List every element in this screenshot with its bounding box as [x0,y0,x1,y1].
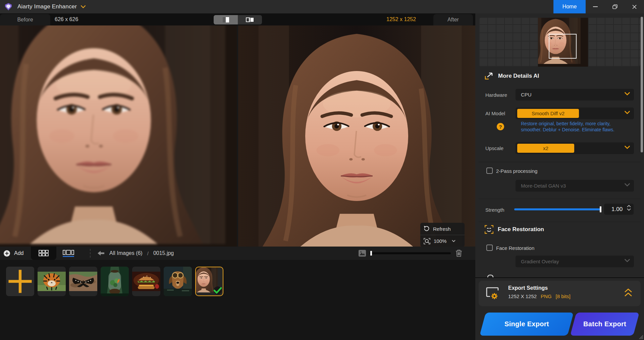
image-size-icon [358,250,366,257]
minimize-icon [593,6,598,7]
compare-mode-toggle [214,15,262,24]
two-pass-model-dropdown: More-Detail GAN v3 [516,180,634,192]
before-size-label: 626 x 626 [55,13,78,25]
upscale-label: Upscale [485,145,503,151]
settings-panel: More Details AI Hardware CPU AI Model Sm… [475,13,644,340]
batch-export-button[interactable]: Batch Export [570,313,639,336]
thumbnail-tiger[interactable] [38,267,66,296]
thumbnail-size-slider[interactable] [370,252,451,254]
toolbar-divider [90,249,91,258]
add-image-tile[interactable] [6,267,34,296]
hardware-dropdown[interactable]: CPU [516,89,634,100]
export-settings-card[interactable]: Export Settings 1252 X 1252 PNG [8 bits] [479,281,641,306]
terrarium-photo [101,267,129,296]
tiger-photo [38,272,66,291]
upscale-value: x2 [517,144,574,153]
two-pass-checkbox[interactable] [486,167,493,174]
add-label: Add [14,250,23,256]
single-export-label: Single Export [504,320,549,328]
split-view-icon [222,17,229,23]
ai-model-dropdown[interactable]: Smooth Diff v2 [516,108,634,119]
strength-value-box[interactable]: 1.00 [604,204,634,215]
grid-view-button[interactable] [31,247,56,260]
split-view-button[interactable] [214,15,238,24]
thumbnail-portrait-selected[interactable] [195,267,223,296]
navigator-preview [479,18,640,67]
after-image-pane [238,25,475,247]
app-title: Aiarty Image Enhancer [17,3,77,10]
titlebar: Aiarty Image Enhancer Home [0,0,644,13]
zoom-level-control[interactable]: 100% [420,235,465,247]
face-detection-box [549,34,577,59]
strength-slider-thumb[interactable] [600,206,601,212]
add-icon [3,250,10,257]
single-export-button[interactable]: Single Export [480,313,574,336]
side-by-side-view-button[interactable] [238,15,262,24]
plus-icon [6,267,34,296]
zoom-chevron-icon [452,240,455,242]
thumbnail-butterfly[interactable] [69,267,97,296]
section-divider [479,162,641,162]
close-button[interactable] [625,0,644,13]
batch-export-label: Batch Export [583,320,626,328]
ai-model-description-line2: smoother. Deblur + Denoise. Eliminate fl… [521,127,614,132]
add-image-button[interactable]: Add [3,247,23,260]
selected-check-badge [214,286,222,294]
ai-model-help-icon[interactable]: ? [497,123,504,130]
thumbnail-size-slider-thumb[interactable] [370,251,372,256]
face-restoration-icon [485,225,493,234]
two-pass-model-value: More-Detail GAN v3 [521,183,566,189]
workspace: Before 626 x 626 1252 x 1252 [0,13,475,340]
tab-after[interactable]: After [433,14,473,25]
strength-slider[interactable] [514,208,601,210]
more-details-ai-header: More Details AI [485,72,539,80]
next-section-icon-partial [487,275,493,277]
face-restoration-title: Face Restoration [498,226,544,233]
steampunk-dog-photo [164,267,192,296]
strength-spinner [627,205,631,211]
chevron-down-icon [625,111,630,114]
refresh-icon [424,226,430,232]
all-images-link[interactable]: All Images (6) [109,250,143,256]
zoom-level-value: 100% [434,238,446,244]
filmstrip-view-button[interactable] [59,247,78,260]
export-settings-summary: 1252 X 1252 PNG [8 bits] [508,293,571,299]
filmstrip [0,260,475,340]
restore-button[interactable] [605,0,625,13]
hardware-value: CPU [521,92,532,97]
chevron-down-icon [625,146,630,149]
back-arrow-icon[interactable] [97,251,105,256]
export-section-divider [475,277,644,278]
thumbnail-burger[interactable] [132,267,160,296]
more-details-ai-title: More Details AI [498,73,539,79]
spinner-up-icon[interactable] [627,205,631,207]
before-portrait-image [0,25,237,247]
section-divider [479,222,641,222]
app-window: Aiarty Image Enhancer Home Before 626 x … [0,0,644,340]
grid-view-icon [39,250,49,257]
chevron-down-icon [625,183,630,187]
app-menu-chevron-icon[interactable] [81,5,86,8]
hardware-label: Hardware [485,92,507,98]
compare-split-handle[interactable] [237,25,238,247]
face-restoration-checkbox[interactable] [486,245,493,251]
window-resize-grip[interactable] [637,333,643,339]
refresh-button[interactable]: Refresh [420,223,465,235]
breadcrumb-separator: / [147,251,149,256]
face-model-value: Gradient Overlay [521,259,559,264]
panel-scrollbar[interactable] [641,17,643,152]
delete-image-button[interactable] [455,250,462,257]
thumbnail-terrarium[interactable] [101,267,129,296]
ai-model-label: AI Model [485,111,505,116]
tab-before[interactable]: Before [0,14,50,25]
spinner-down-icon[interactable] [627,208,631,211]
thumbnail-steampunk-dog[interactable] [164,267,192,296]
home-button[interactable]: Home [553,0,586,13]
export-settings-title: Export Settings [508,285,548,291]
burger-photo [132,272,160,291]
collapse-chevron-icon[interactable] [625,288,632,297]
upscale-dropdown[interactable]: x2 [516,142,634,154]
after-portrait-image [238,25,475,247]
minimize-button[interactable] [586,0,605,13]
zoom-icon [424,238,430,245]
